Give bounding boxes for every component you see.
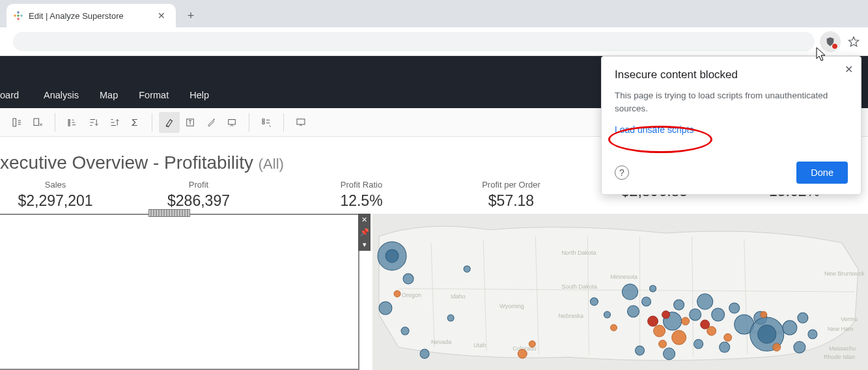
bookmark-star-icon[interactable] [847, 35, 860, 48]
svg-point-48 [590, 298, 598, 306]
highlight-icon[interactable] [159, 112, 180, 133]
svg-point-41 [385, 249, 399, 263]
close-tab-icon[interactable]: ✕ [156, 9, 167, 22]
browser-tab-strip: Edit | Analyze Superstore ✕ + [0, 0, 868, 27]
svg-point-58 [712, 308, 725, 321]
menu-analysis[interactable]: Analysis [33, 90, 89, 100]
svg-text:Idaho: Idaho [451, 293, 466, 300]
svg-rect-19 [229, 119, 236, 124]
svg-point-64 [783, 320, 797, 335]
svg-point-85 [662, 311, 670, 319]
svg-point-76 [654, 325, 665, 337]
presentation-icon[interactable] [290, 112, 311, 133]
svg-point-81 [724, 334, 732, 341]
totals-sigma-icon[interactable] [124, 112, 145, 133]
svg-point-46 [464, 266, 470, 272]
blank-card-pane[interactable]: ✕ 📌 ▾ [0, 214, 359, 370]
svg-point-79 [682, 317, 690, 325]
tab-title: Edit | Analyze Superstore [29, 11, 156, 21]
svg-point-55 [674, 300, 684, 310]
format-pen-icon[interactable] [201, 112, 221, 133]
svg-point-78 [672, 330, 686, 345]
blocked-badge [832, 43, 838, 50]
pin-pane-icon[interactable]: 📌 [358, 226, 371, 238]
svg-rect-20 [262, 119, 264, 121]
address-bar [0, 27, 868, 56]
svg-point-59 [729, 303, 740, 313]
popup-title: Insecure content blocked [615, 68, 848, 81]
svg-point-42 [403, 274, 413, 284]
close-popup-icon[interactable]: ✕ [845, 63, 853, 76]
svg-point-53 [650, 285, 656, 292]
sort-bar-icon[interactable] [104, 112, 124, 133]
svg-point-45 [420, 349, 429, 358]
text-label-icon[interactable] [180, 112, 201, 133]
url-field[interactable] [13, 32, 815, 51]
svg-point-65 [798, 313, 808, 323]
svg-point-75 [610, 324, 617, 331]
kpi-value: $57.18 [436, 192, 586, 210]
svg-point-56 [690, 309, 701, 320]
close-pane-icon[interactable]: ✕ [358, 214, 371, 226]
done-button[interactable]: Done [796, 162, 848, 184]
svg-point-57 [697, 294, 713, 309]
svg-point-72 [394, 291, 400, 297]
svg-point-47 [447, 315, 454, 321]
kpi-label: Profit per Order [436, 180, 586, 190]
svg-point-63 [758, 325, 776, 343]
svg-point-44 [401, 327, 409, 335]
svg-point-77 [659, 340, 667, 348]
svg-point-52 [642, 297, 651, 306]
svg-text:North Dakota: North Dakota [561, 249, 596, 256]
show-me-icon[interactable] [256, 112, 277, 133]
menu-dashboard[interactable]: oard [0, 90, 33, 100]
svg-point-73 [518, 349, 527, 358]
menu-help[interactable]: Help [179, 90, 219, 100]
svg-point-82 [761, 311, 767, 318]
svg-rect-15 [68, 122, 70, 123]
svg-point-74 [529, 341, 535, 347]
svg-text:South Dakota: South Dakota [561, 283, 597, 290]
svg-point-43 [379, 302, 392, 315]
svg-point-69 [694, 339, 703, 349]
kpi-profit: Profit $286,397 [111, 180, 287, 210]
new-tab-button[interactable]: + [181, 6, 201, 25]
kpi-sales: Sales $2,297,201 [0, 180, 111, 210]
drag-handle[interactable] [148, 209, 190, 217]
svg-text:Nebraska: Nebraska [558, 313, 583, 319]
svg-text:Rhode Islan: Rhode Islan [824, 354, 855, 360]
svg-rect-21 [262, 122, 264, 124]
svg-text:Nevada: Nevada [431, 339, 451, 345]
svg-point-84 [648, 316, 658, 326]
map-viz[interactable]: North Dakota South Dakota Minnesota Oreg… [372, 214, 868, 370]
svg-rect-22 [297, 119, 305, 124]
svg-point-71 [636, 346, 645, 355]
swap-rows-cols-icon[interactable] [7, 112, 27, 133]
title-main: xecutive Overview - Profitability [0, 152, 259, 173]
svg-point-18 [214, 119, 215, 120]
sort-desc-icon[interactable] [83, 112, 104, 133]
popup-body: This page is trying to load scripts from… [615, 89, 848, 115]
svg-text:Vermo: Vermo [841, 316, 858, 322]
menu-map[interactable]: Map [89, 90, 128, 100]
us-map-svg: North Dakota South Dakota Minnesota Oreg… [372, 214, 868, 370]
tableau-favicon [13, 10, 23, 21]
kpi-label: Profit [111, 180, 287, 190]
svg-point-68 [720, 342, 730, 352]
clear-sheet-icon[interactable] [27, 112, 48, 133]
svg-point-49 [604, 311, 610, 318]
load-unsafe-link[interactable]: Load unsafe scripts [615, 124, 693, 135]
svg-text:Wyoming: Wyoming [499, 303, 524, 309]
svg-rect-10 [13, 119, 16, 126]
menu-format[interactable]: Format [128, 90, 179, 100]
svg-text:Minnesota: Minnesota [610, 274, 637, 280]
sort-asc-icon[interactable] [62, 112, 83, 133]
fit-dropdown-icon[interactable] [221, 112, 242, 133]
content-blocked-shield-icon[interactable] [820, 31, 841, 52]
chevron-down-icon[interactable]: ▾ [358, 238, 371, 251]
svg-point-83 [773, 343, 781, 351]
kpi-ratio: Profit Ratio 12.5% [287, 180, 436, 210]
browser-tab[interactable]: Edit | Analyze Superstore ✕ [7, 4, 176, 27]
svg-rect-16 [68, 124, 70, 126]
help-icon[interactable]: ? [615, 165, 629, 180]
